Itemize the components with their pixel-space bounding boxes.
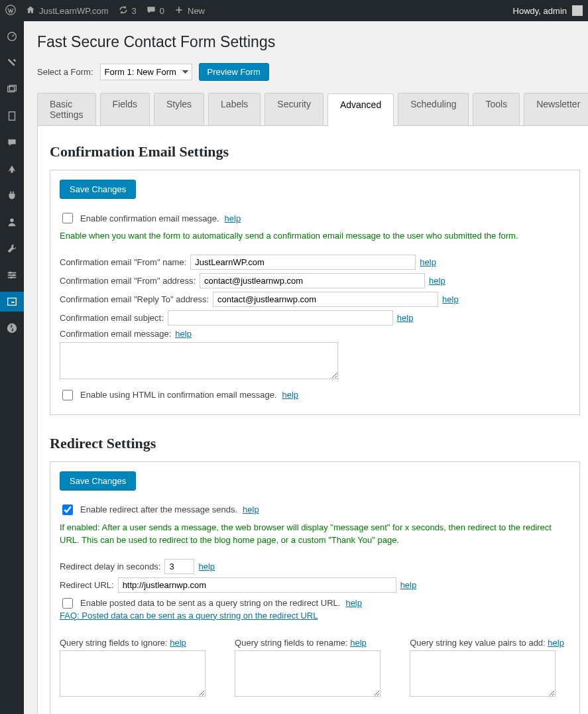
enable-redirect-checkbox[interactable] [62, 505, 73, 515]
reply-input[interactable] [213, 292, 438, 307]
svg-point-11 [10, 276, 13, 279]
from-addr-label: Confirmation email "From" address: [60, 276, 196, 286]
posted-data-help[interactable]: help [345, 598, 362, 608]
posts-icon[interactable] [0, 53, 24, 73]
delay-input[interactable] [164, 559, 194, 574]
tab-newsletter[interactable]: Newsletter [524, 93, 588, 125]
tools-icon[interactable] [0, 239, 24, 259]
redirect-help-text: If enabled: After a user sends a message… [60, 521, 570, 547]
subject-input[interactable] [168, 310, 393, 326]
enable-html-checkbox[interactable] [62, 390, 73, 400]
jetpack-icon[interactable] [0, 318, 24, 338]
q-rename-textarea[interactable] [235, 650, 381, 697]
from-addr-help[interactable]: help [429, 276, 445, 286]
account-link[interactable]: Howdy, admin [513, 5, 583, 16]
tab-security[interactable]: Security [265, 93, 323, 125]
preview-form-button[interactable]: Preview Form [199, 63, 269, 81]
wp-logo[interactable] [5, 5, 16, 17]
update-icon [118, 5, 129, 17]
svg-rect-4 [9, 112, 15, 121]
page-title: Fast Secure Contact Form Settings [37, 33, 588, 51]
message-label: Confirmation email message: [60, 329, 171, 339]
site-name: JustLearnWP.com [39, 6, 109, 16]
delay-label: Redirect delay in seconds: [60, 562, 160, 571]
comments-count: 0 [160, 6, 164, 16]
save-redirect-button[interactable]: Save Changes [60, 471, 136, 491]
enable-redirect-help[interactable]: help [243, 505, 259, 514]
svg-point-5 [10, 219, 13, 222]
home-icon [25, 5, 36, 17]
media-icon[interactable] [0, 80, 24, 99]
q-add-help[interactable]: help [548, 638, 564, 648]
updates-link[interactable]: 3 [118, 5, 137, 17]
q-ignore-label: Query string fields to ignore: [60, 638, 168, 648]
plugins-icon[interactable] [0, 186, 24, 206]
enable-html-label: Enable using HTML in confirmation email … [80, 390, 277, 400]
new-link[interactable]: New [174, 5, 205, 17]
q-add-label: Query string key value pairs to add: [410, 638, 546, 648]
redirect-heading: Redirect Settings [50, 435, 580, 452]
svg-point-13 [7, 324, 17, 333]
new-label: New [188, 6, 205, 16]
enable-html-help[interactable]: help [282, 390, 299, 400]
tab-tools[interactable]: Tools [473, 93, 520, 125]
confirmation-box: Save Changes Enable confirmation email m… [50, 170, 580, 415]
q-ignore-textarea[interactable] [60, 650, 206, 697]
delay-help[interactable]: help [198, 562, 215, 571]
select-form-label: Select a Form: [37, 67, 93, 77]
howdy-text: Howdy, admin [513, 6, 567, 16]
q-ignore-help[interactable]: help [170, 638, 186, 648]
enable-redirect-label: Enable redirect after the message sends. [80, 505, 237, 514]
plus-icon [174, 5, 184, 17]
q-rename-help[interactable]: help [350, 638, 367, 648]
tab-labels[interactable]: Labels [208, 93, 261, 125]
reply-help[interactable]: help [442, 294, 459, 304]
redirect-url-label: Redirect URL: [60, 580, 114, 590]
dashboard-icon[interactable] [0, 27, 24, 46]
subject-help[interactable]: help [397, 313, 414, 323]
from-name-input[interactable] [190, 255, 416, 270]
wp-admin-bar: JustLearnWP.com 3 0 New Howdy, admin [0, 0, 588, 21]
comments-menu-icon[interactable] [0, 133, 24, 152]
tab-scheduling[interactable]: Scheduling [398, 93, 469, 125]
confirmation-enable-help[interactable]: help [225, 213, 241, 223]
tab-panel-advanced: Confirmation Email Settings Save Changes… [37, 125, 588, 714]
message-textarea[interactable] [60, 342, 338, 379]
q-rename-label: Query string fields to rename: [235, 638, 348, 648]
redirect-box: Save Changes Enable redirect after the m… [50, 461, 580, 715]
confirmation-heading: Confirmation Email Settings [50, 143, 580, 160]
tab-advanced[interactable]: Advanced [327, 93, 394, 126]
pages-icon[interactable] [0, 106, 24, 126]
enable-confirmation-label: Enable confirmation email message. [80, 213, 219, 223]
users-icon[interactable] [0, 212, 24, 232]
wordpress-icon [5, 5, 16, 17]
settings-icon[interactable] [0, 265, 24, 285]
q-add-textarea[interactable] [410, 650, 556, 697]
svg-point-10 [13, 274, 15, 276]
redirect-url-input[interactable] [118, 577, 396, 593]
from-addr-input[interactable] [200, 273, 425, 288]
comment-icon [146, 5, 156, 17]
message-help[interactable]: help [175, 329, 192, 339]
admin-sidebar [0, 21, 24, 714]
reply-label: Confirmation email "Reply To" address: [60, 294, 209, 304]
enable-posted-data-label: Enable posted data to be sent as a query… [80, 598, 340, 608]
svg-point-9 [9, 272, 12, 274]
enable-confirmation-checkbox[interactable] [62, 213, 73, 223]
updates-count: 3 [132, 6, 137, 16]
appearance-icon[interactable] [0, 159, 24, 179]
tab-styles[interactable]: Styles [154, 93, 204, 125]
from-name-help[interactable]: help [420, 257, 436, 267]
redirect-faq-link[interactable]: FAQ: Posted data can be sent as a query … [60, 611, 318, 621]
form-select[interactable]: Form 1: New Form [100, 64, 192, 80]
site-link[interactable]: JustLearnWP.com [25, 5, 109, 17]
tab-basic-settings[interactable]: Basic Settings [37, 93, 96, 125]
main-content: Fast Secure Contact Form Settings Select… [24, 21, 588, 714]
confirmation-help-text: Enable when you want the form to automat… [60, 229, 570, 243]
tab-fields[interactable]: Fields [100, 93, 150, 125]
enable-posted-data-checkbox[interactable] [62, 598, 73, 609]
comments-link[interactable]: 0 [146, 5, 164, 17]
save-confirmation-button[interactable]: Save Changes [60, 180, 136, 199]
redirect-url-help[interactable]: help [400, 580, 417, 590]
contact-form-icon[interactable] [0, 292, 24, 312]
